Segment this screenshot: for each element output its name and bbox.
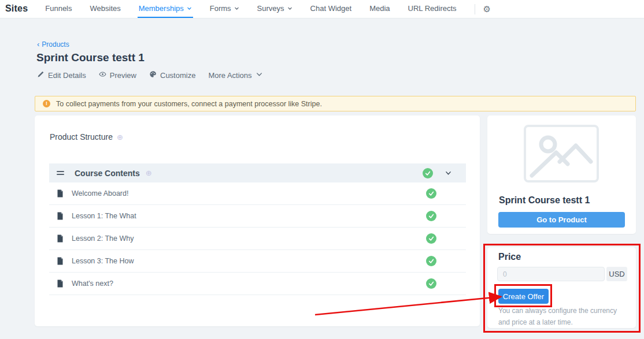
price-input[interactable] xyxy=(497,267,605,281)
status-complete-icon xyxy=(426,278,436,289)
product-structure-title: Product Structure ⊕ xyxy=(50,132,123,141)
edit-details-button[interactable]: Edit Details xyxy=(37,70,86,80)
create-offer-button[interactable]: Create Offer xyxy=(498,289,549,304)
nav-item-chat-widget[interactable]: Chat Widget xyxy=(309,0,353,18)
product-image-placeholder xyxy=(524,125,599,182)
eye-icon xyxy=(99,70,106,80)
nav-item-memberships[interactable]: Memberships xyxy=(138,0,193,18)
chevron-left-icon: ‹ xyxy=(37,40,39,49)
product-structure-label: Product Structure xyxy=(50,132,113,141)
status-complete-icon xyxy=(426,233,436,244)
chevron-down-icon xyxy=(187,6,192,11)
lesson-label: Lesson 1: The What xyxy=(72,212,136,220)
page-title: Sprint Course testt 1 xyxy=(36,51,145,64)
price-title: Price xyxy=(498,252,521,262)
chevron-down-icon xyxy=(287,6,293,11)
lesson-row-lesson-2[interactable]: Lesson 2: The Why xyxy=(49,228,466,250)
lesson-row-lesson-3[interactable]: Lesson 3: The How xyxy=(49,250,466,273)
nav-item-label: Surveys xyxy=(257,4,284,13)
preview-button[interactable]: Preview xyxy=(99,70,136,80)
drag-handle-icon[interactable] xyxy=(57,171,64,175)
lesson-row-welcome-aboard[interactable]: Welcome Aboard! xyxy=(49,182,466,205)
banner-text: To collect payments from your customers,… xyxy=(56,100,322,108)
product-structure-card: Product Structure ⊕ Course Contents ⊕ We… xyxy=(35,116,480,326)
go-to-product-button[interactable]: Go to Product xyxy=(498,212,625,228)
breadcrumb-products-link[interactable]: ‹Products xyxy=(37,40,69,49)
customize-button[interactable]: Customize xyxy=(149,70,195,80)
product-card-title: Sprint Course testt 1 xyxy=(499,195,590,206)
lesson-row-whats-next[interactable]: What's next? xyxy=(49,273,466,295)
course-contents-header[interactable]: Course Contents ⊕ xyxy=(49,163,466,182)
header-actions: Edit Details Preview Customize More Acti… xyxy=(37,70,263,80)
nav-item-label: Media xyxy=(369,4,390,13)
action-label: Edit Details xyxy=(48,71,86,80)
nav-divider xyxy=(475,4,475,14)
nav-item-surveys[interactable]: Surveys xyxy=(256,0,294,18)
nav-item-label: URL Redirects xyxy=(408,4,457,13)
top-nav: Sites Funnels Websites Memberships Forms… xyxy=(0,0,644,18)
nav-item-url-redirects[interactable]: URL Redirects xyxy=(407,0,458,18)
breadcrumb-label: Products xyxy=(42,40,69,49)
file-icon xyxy=(57,189,64,198)
chevron-down-icon[interactable] xyxy=(445,170,451,176)
lesson-label: Lesson 2: The Why xyxy=(72,234,134,243)
nav-item-funnels[interactable]: Funnels xyxy=(44,0,73,18)
nav-item-label: Websites xyxy=(90,4,121,13)
course-contents-list: Course Contents ⊕ Welcome Aboard! Lesson… xyxy=(49,163,466,295)
status-complete-icon xyxy=(426,188,436,199)
course-contents-title: Course Contents xyxy=(75,169,140,178)
lesson-label: What's next? xyxy=(72,280,113,288)
action-label: Customize xyxy=(160,71,195,80)
status-complete-icon xyxy=(426,256,436,266)
payment-warning-banner: ! To collect payments from your customer… xyxy=(35,96,636,111)
status-complete-icon xyxy=(423,168,433,178)
nav-item-forms[interactable]: Forms xyxy=(209,0,240,18)
chevron-down-icon xyxy=(256,70,263,80)
lesson-row-lesson-1[interactable]: Lesson 1: The What xyxy=(49,205,466,228)
file-icon xyxy=(57,280,64,288)
sites-brand: Sites xyxy=(0,0,44,18)
warning-icon: ! xyxy=(43,100,50,107)
gear-icon[interactable]: ⚙ xyxy=(483,4,491,14)
action-label: More Actions xyxy=(208,71,251,80)
currency-label: USD xyxy=(606,267,627,281)
nav-item-label: Chat Widget xyxy=(310,4,352,13)
info-icon[interactable]: ⊕ xyxy=(117,133,123,141)
lesson-label: Welcome Aboard! xyxy=(72,189,128,198)
more-actions-button[interactable]: More Actions xyxy=(208,70,262,80)
palette-icon xyxy=(149,70,157,80)
product-summary-card: Sprint Course testt 1 Go to Product xyxy=(487,116,636,234)
nav-item-media[interactable]: Media xyxy=(368,0,391,18)
price-helper-text: You can always configure the currency an… xyxy=(498,306,626,329)
price-card: Price USD Create Offer You can always co… xyxy=(487,247,636,328)
file-icon xyxy=(57,212,64,220)
file-icon xyxy=(57,234,64,243)
nav-item-label: Memberships xyxy=(139,4,184,13)
action-label: Preview xyxy=(110,71,136,80)
nav-item-label: Forms xyxy=(210,4,231,13)
status-complete-icon xyxy=(426,211,436,221)
lesson-label: Lesson 3: The How xyxy=(72,257,134,265)
file-icon xyxy=(57,257,64,265)
nav-item-label: Funnels xyxy=(45,4,72,13)
pencil-icon xyxy=(37,70,45,80)
nav-item-websites[interactable]: Websites xyxy=(89,0,122,18)
chevron-down-icon xyxy=(234,6,239,11)
info-icon[interactable]: ⊕ xyxy=(146,169,152,177)
